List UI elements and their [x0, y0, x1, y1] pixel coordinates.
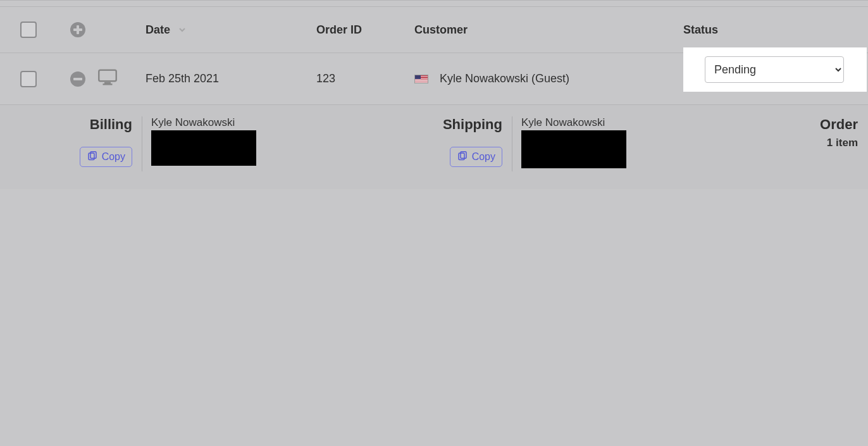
order-title: Order	[820, 116, 858, 133]
redacted-shipping-address	[521, 130, 626, 168]
expanded-details: Billing Copy Kyle Nowakowski Shipping Co…	[0, 105, 868, 189]
shipping-name: Kyle Nowakowski	[521, 116, 626, 129]
row-date: Feb 25th 2021	[146, 72, 316, 85]
billing-country: United States	[138, 189, 216, 189]
collapse-row-icon[interactable]	[70, 71, 85, 87]
order-summary: Order 1 item	[820, 116, 858, 149]
select-all-checkbox[interactable]	[20, 22, 37, 38]
row-checkbox[interactable]	[20, 71, 37, 87]
order-item-count: 1 item	[820, 137, 858, 149]
svg-rect-1	[104, 82, 111, 84]
status-cell-highlight: Pending	[683, 47, 867, 92]
table-header-row: Date Order ID Customer Status	[0, 6, 868, 53]
sort-caret-icon	[178, 23, 186, 37]
copy-icon	[87, 151, 98, 163]
redacted-address	[151, 130, 256, 166]
header-status[interactable]: Status	[683, 23, 868, 37]
row-order-id: 123	[316, 72, 414, 85]
billing-title: Billing	[0, 116, 132, 133]
header-date[interactable]: Date	[146, 23, 316, 37]
billing-copy-button[interactable]: Copy	[80, 147, 132, 167]
copy-icon	[457, 151, 468, 163]
billing-name: Kyle Nowakowski	[151, 116, 256, 129]
shipping-copy-button[interactable]: Copy	[450, 147, 502, 167]
status-select[interactable]: Pending	[705, 56, 844, 83]
svg-rect-0	[99, 70, 116, 82]
row-customer: Kyle Nowakowski (Guest)	[414, 72, 683, 85]
desktop-device-icon	[98, 76, 117, 88]
us-flag-icon	[414, 75, 428, 84]
svg-rect-2	[103, 84, 113, 85]
header-order-id[interactable]: Order ID	[316, 23, 414, 37]
expand-all-icon[interactable]	[70, 22, 85, 37]
header-customer[interactable]: Customer	[414, 23, 683, 37]
shipping-country: United States	[504, 189, 582, 189]
shipping-title: Shipping	[430, 116, 502, 133]
